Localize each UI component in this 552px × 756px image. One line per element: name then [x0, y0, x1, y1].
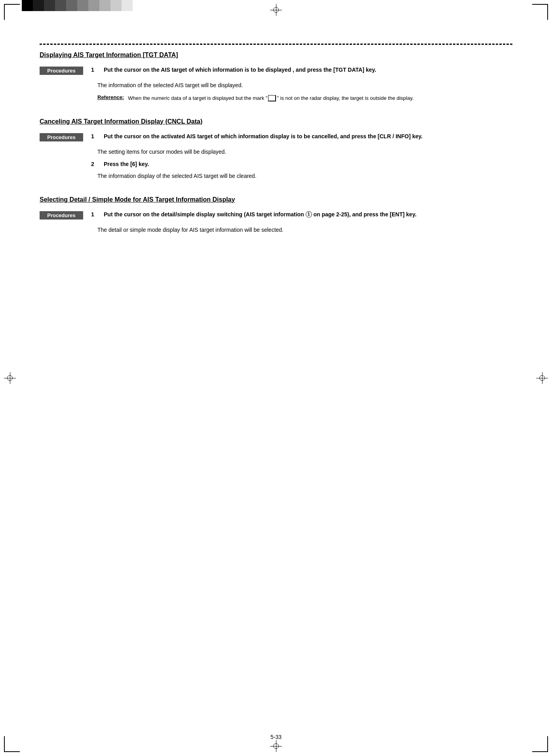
page-container: Displaying AIS Target Information [TGT D…	[0, 0, 552, 756]
section3-circle-num: 1	[306, 211, 312, 218]
section1-reference-row: Reference: When the numeric data of a ta…	[97, 94, 512, 102]
top-bar	[0, 0, 552, 16]
section-selecting-mode: Selecting Detail / Simple Mode for AIS T…	[40, 196, 512, 234]
section3-step1-text-part2: on page 2-25), and press the [ENT] key.	[313, 211, 416, 218]
section3-procedures-badge: Procedures	[40, 211, 83, 220]
section3-step1-text: Put the cursor on the detail/simple disp…	[104, 211, 512, 218]
grad-block-10	[122, 0, 133, 11]
section2-step1-text: Put the cursor on the activated AIS targ…	[104, 133, 512, 139]
section2-step2-text: Press the [6] key.	[104, 161, 512, 167]
crosshair-bottom-center	[270, 740, 282, 752]
section2-desc2: The information display of the selected …	[97, 172, 512, 180]
section2-procedures-row: Procedures 1 Put the cursor on the activ…	[40, 133, 512, 141]
section3-step1-text-part1: Put the cursor on the detail/simple disp…	[104, 211, 304, 218]
grad-block-1	[22, 0, 33, 11]
grad-block-3	[44, 0, 55, 11]
section1-step1-text: Put the cursor on the AIS target of whic…	[104, 67, 512, 73]
section1-heading: Displaying AIS Target Information [TGT D…	[40, 52, 512, 59]
page-number: 5-33	[270, 734, 282, 740]
section1-procedures-badge: Procedures	[40, 67, 83, 75]
section1-step1-number: 1	[91, 67, 97, 73]
grad-block-4	[55, 0, 66, 11]
section1-reference-text: When the numeric data of a target is dis…	[128, 94, 413, 102]
dashed-divider	[40, 44, 512, 45]
section-canceling-ais: Canceling AIS Target Information Display…	[40, 118, 512, 180]
gradient-blocks	[22, 0, 133, 11]
section2-step1-number: 1	[91, 133, 97, 139]
grad-block-8	[99, 0, 110, 11]
grad-block-5	[66, 0, 77, 11]
grad-block-9	[110, 0, 122, 11]
section2-procedures-badge: Procedures	[40, 133, 83, 141]
section3-desc1: The detail or simple mode display for AI…	[97, 226, 512, 234]
section3-step1-number: 1	[91, 211, 97, 218]
crosshair-mid-right	[536, 372, 548, 384]
section-displaying-ais: Displaying AIS Target Information [TGT D…	[40, 52, 512, 102]
corner-mark-bottom-left	[4, 736, 20, 752]
crosshair-mid-left	[4, 372, 16, 384]
section1-procedures-row: Procedures 1 Put the cursor on the AIS t…	[40, 67, 512, 75]
corner-mark-bottom-right	[532, 736, 548, 752]
main-content: Displaying AIS Target Information [TGT D…	[40, 52, 512, 250]
section1-reference-label: Reference:	[97, 94, 124, 100]
grad-block-7	[88, 0, 99, 11]
section3-procedures-row: Procedures 1 Put the cursor on the detai…	[40, 211, 512, 220]
section2-desc1: The setting items for cursor modes will …	[97, 148, 512, 156]
grad-block-6	[77, 0, 88, 11]
section2-step2-number: 2	[91, 161, 97, 167]
section2-heading: Canceling AIS Target Information Display…	[40, 118, 512, 125]
section1-desc1: The information of the selected AIS targ…	[97, 81, 512, 90]
section3-heading: Selecting Detail / Simple Mode for AIS T…	[40, 196, 512, 203]
grad-block-2	[33, 0, 44, 11]
section2-step2-row: 2 Press the [6] key.	[91, 161, 512, 167]
